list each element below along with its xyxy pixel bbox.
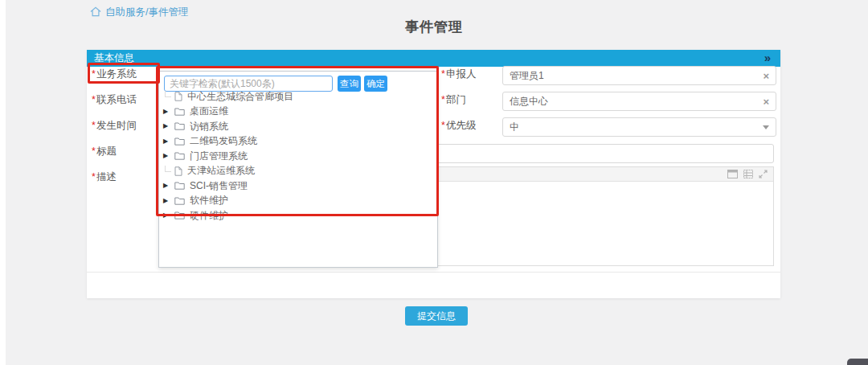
expand-arrow-icon[interactable]: ▶	[163, 182, 168, 189]
page-title: 事件管理	[0, 18, 868, 36]
folder-icon	[174, 211, 185, 219]
label-occurrence-time: *发生时间	[92, 119, 137, 133]
window-icon[interactable]	[727, 170, 738, 178]
expand-arrow-icon[interactable]: ▶	[163, 198, 168, 204]
system-tree: 中心生态城综合管廊项目 ▶桌面运维 ▶访销系统 ▶二维码发码系统 ▶门店管理系统…	[163, 89, 434, 224]
panel-title: 基本信息	[94, 52, 134, 64]
system-tree-dropdown: 查询 确定 中心生态城综合管廊项目 ▶桌面运维 ▶访销系统 ▶二维码发码系统 ▶…	[158, 71, 438, 268]
required-marker: *	[92, 146, 96, 157]
card-footer-divider	[87, 272, 780, 273]
required-marker: *	[441, 94, 445, 105]
grid-icon[interactable]	[743, 170, 753, 178]
expand-arrow-icon[interactable]: ▶	[163, 109, 168, 115]
label-business-system: *业务系统	[92, 68, 137, 81]
folder-icon	[174, 152, 185, 160]
tree-item[interactable]: ▶门店管理系统	[163, 149, 434, 164]
tree-item[interactable]: 天津站运维系统	[163, 164, 434, 179]
label-contact-phone: *联系电话	[92, 93, 137, 107]
document-icon	[174, 166, 182, 176]
required-marker: *	[441, 68, 445, 80]
department-value: 信息中心	[510, 95, 763, 109]
label-title: *标题	[92, 145, 117, 158]
expand-arrow-icon[interactable]: ▶	[163, 138, 168, 145]
folder-icon	[174, 182, 185, 190]
folder-icon	[174, 122, 185, 130]
required-marker: *	[92, 94, 96, 105]
document-icon	[174, 92, 182, 101]
required-marker: *	[92, 171, 96, 182]
priority-value: 中	[510, 121, 763, 134]
label-department: *部门	[441, 93, 466, 107]
department-field[interactable]: 信息中心 ×	[502, 92, 776, 111]
collapse-icon[interactable]: »	[764, 50, 771, 67]
panel-header: 基本信息 »	[87, 50, 780, 67]
tree-connector	[165, 91, 171, 97]
submit-button[interactable]: 提交信息	[405, 306, 468, 326]
required-marker: *	[92, 68, 96, 80]
tree-item[interactable]: ▶二维码发码系统	[163, 134, 434, 150]
basic-info-panel: 基本信息 » *业务系统 *联系电话 *发生时间 *标题 *描述 *申报人 *部…	[87, 50, 780, 298]
tree-item[interactable]: ▶访销系统	[163, 119, 434, 134]
reporter-field[interactable]: 管理员1 ×	[502, 66, 776, 85]
left-edge-strip	[0, 0, 6, 365]
expand-arrow-icon[interactable]: ▶	[163, 212, 168, 219]
folder-icon	[174, 197, 185, 205]
tree-item[interactable]: ▶SCI-销售管理	[163, 178, 434, 194]
reporter-value: 管理员1	[510, 69, 763, 83]
tree-item[interactable]: ▶硬件维护	[163, 208, 434, 224]
label-priority: *优先级	[441, 119, 476, 133]
fullscreen-icon[interactable]	[759, 170, 768, 178]
label-reporter: *申报人	[441, 68, 476, 81]
tree-connector	[165, 166, 171, 172]
chevron-down-icon	[763, 125, 769, 129]
expand-arrow-icon[interactable]: ▶	[163, 123, 168, 129]
tree-item[interactable]: 中心生态城综合管廊项目	[163, 89, 434, 105]
screen-corner-artifact	[847, 359, 868, 365]
required-marker: *	[92, 120, 96, 131]
label-description: *描述	[92, 170, 117, 184]
expand-arrow-icon[interactable]: ▶	[163, 153, 168, 159]
tree-item[interactable]: ▶桌面运维	[163, 105, 434, 120]
required-marker: *	[441, 120, 445, 131]
clear-icon[interactable]: ×	[763, 71, 769, 81]
tree-item[interactable]: ▶软件维护	[163, 194, 434, 209]
folder-icon	[174, 108, 185, 116]
folder-icon	[174, 137, 185, 146]
priority-select[interactable]: 中	[502, 117, 776, 137]
clear-icon[interactable]: ×	[763, 96, 769, 107]
